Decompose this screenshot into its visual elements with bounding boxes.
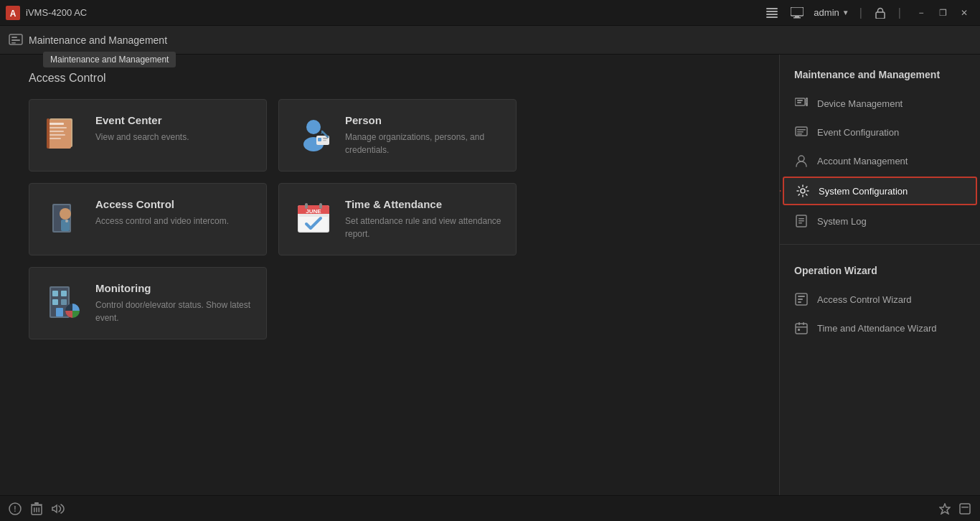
svg-rect-20 — [50, 138, 61, 139]
sidebar-item-system-configuration[interactable]: System Configuration — [783, 177, 977, 205]
sidebar: Maintenance and Management Device Manage… — [779, 55, 980, 495]
svg-rect-84 — [34, 502, 39, 504]
lock-icon[interactable] — [872, 6, 888, 20]
sidebar-divider — [780, 244, 980, 245]
event-center-title: Event Center — [95, 114, 252, 126]
svg-rect-65 — [798, 218, 804, 220]
close-button[interactable]: ✕ — [954, 4, 974, 22]
sidebar-item-access-control-wizard[interactable]: Access Control Wizard — [780, 285, 980, 314]
person-icon — [293, 114, 334, 154]
svg-rect-27 — [323, 140, 326, 141]
svg-rect-9 — [876, 12, 885, 19]
svg-rect-76 — [798, 329, 800, 331]
access-control-text: Access Control Access control and video … — [95, 198, 252, 227]
svg-point-34 — [65, 220, 68, 222]
svg-rect-47 — [61, 299, 67, 305]
speaker-icon[interactable] — [52, 502, 65, 515]
time-attendance-wizard-label: Time and Attendance Wizard — [817, 323, 936, 334]
account-management-icon — [794, 154, 809, 168]
monitoring-card[interactable]: Monitoring Control door/elevator status.… — [29, 267, 267, 339]
monitor-icon[interactable] — [788, 6, 806, 20]
minimize-button[interactable]: − — [911, 4, 931, 22]
svg-rect-48 — [56, 308, 63, 316]
svg-rect-55 — [806, 101, 807, 103]
access-control-desc: Access control and video intercom. — [95, 215, 252, 227]
trash-icon[interactable] — [30, 502, 43, 515]
svg-rect-13 — [11, 42, 16, 44]
svg-rect-33 — [61, 220, 70, 231]
svg-text:JUNE: JUNE — [306, 208, 321, 215]
pin-icon[interactable] — [938, 502, 951, 515]
svg-rect-7 — [795, 16, 799, 17]
svg-marker-86 — [940, 504, 950, 514]
sidebar-maintenance-title: Maintenance and Management — [780, 69, 980, 89]
svg-rect-57 — [797, 129, 806, 131]
device-management-label: Device Management — [817, 98, 903, 109]
alert-icon[interactable]: ! — [9, 502, 22, 515]
svg-rect-69 — [798, 296, 805, 297]
cards-grid: Event Center View and search events. — [29, 99, 517, 339]
access-control-card[interactable]: Access Control Access control and video … — [29, 183, 267, 255]
restore-small-icon[interactable] — [958, 502, 971, 515]
svg-rect-52 — [797, 102, 801, 103]
svg-rect-17 — [50, 127, 67, 128]
svg-rect-81 — [36, 507, 37, 512]
time-attendance-wizard-icon — [794, 321, 809, 335]
svg-point-60 — [798, 156, 804, 161]
svg-rect-70 — [798, 299, 803, 300]
system-log-label: System Log — [817, 216, 867, 227]
sidebar-item-device-management[interactable]: Device Management — [780, 89, 980, 118]
svg-marker-62 — [779, 184, 781, 198]
svg-rect-83 — [31, 504, 42, 505]
svg-marker-85 — [52, 505, 57, 512]
svg-rect-74 — [803, 322, 804, 325]
monitoring-title: Monitoring — [95, 282, 252, 294]
main-layout: Access Control — [0, 55, 980, 495]
access-control-title: Access Control — [95, 198, 252, 210]
separator2: | — [895, 6, 904, 19]
svg-rect-73 — [798, 322, 800, 325]
event-center-desc: View and search events. — [95, 131, 252, 144]
sidebar-gap — [780, 253, 980, 265]
svg-rect-88 — [961, 507, 969, 508]
svg-rect-2 — [766, 8, 778, 9]
sidebar-item-time-attendance-wizard[interactable]: Time and Attendance Wizard — [780, 314, 980, 342]
sidebar-item-account-management[interactable]: Account Management — [780, 146, 980, 175]
sidebar-wizard-title: Operation Wizard — [780, 265, 980, 285]
person-desc: Manage organizations, persons, and crede… — [345, 131, 501, 156]
svg-rect-4 — [766, 14, 778, 15]
sidebar-item-event-configuration[interactable]: Event Configuration — [780, 118, 980, 146]
time-attendance-card[interactable]: JUNE Time & Attendance Set attendance ru… — [278, 183, 517, 255]
svg-point-32 — [60, 208, 71, 220]
title-bar: A iVMS-4200 AC admin ▼ | — [0, 0, 980, 26]
status-bar-right — [938, 502, 971, 515]
time-attendance-desc: Set attendance rule and view attendance … — [345, 215, 501, 240]
access-control-wizard-icon — [794, 292, 809, 306]
red-arrow-icon — [779, 182, 781, 200]
sidebar-item-system-log[interactable]: System Log — [780, 207, 980, 235]
svg-rect-54 — [806, 99, 807, 100]
window-controls: − ❐ ✕ — [911, 4, 974, 22]
person-text: Person Manage organizations, persons, an… — [345, 114, 501, 156]
svg-rect-25 — [318, 138, 321, 141]
svg-text:!: ! — [14, 505, 16, 513]
access-control-wizard-label: Access Control Wizard — [817, 294, 911, 305]
svg-rect-3 — [766, 11, 778, 12]
svg-rect-18 — [50, 131, 64, 132]
username-label: admin — [814, 7, 839, 18]
user-dropdown-icon[interactable]: ▼ — [842, 9, 849, 17]
restore-button[interactable]: ❐ — [933, 4, 953, 22]
system-log-icon — [794, 214, 809, 228]
svg-rect-72 — [796, 324, 807, 334]
svg-rect-41 — [319, 203, 322, 209]
event-center-text: Event Center View and search events. — [95, 114, 252, 144]
event-center-card[interactable]: Event Center View and search events. — [29, 99, 267, 172]
app-title: iVMS-4200 AC — [26, 7, 87, 18]
status-bar: ! — [0, 495, 980, 521]
person-card[interactable]: Person Manage organizations, persons, an… — [278, 99, 517, 172]
svg-point-63 — [801, 189, 805, 193]
svg-rect-40 — [305, 203, 308, 209]
list-icon[interactable] — [763, 6, 781, 19]
svg-rect-59 — [797, 133, 802, 135]
svg-rect-80 — [34, 507, 35, 512]
